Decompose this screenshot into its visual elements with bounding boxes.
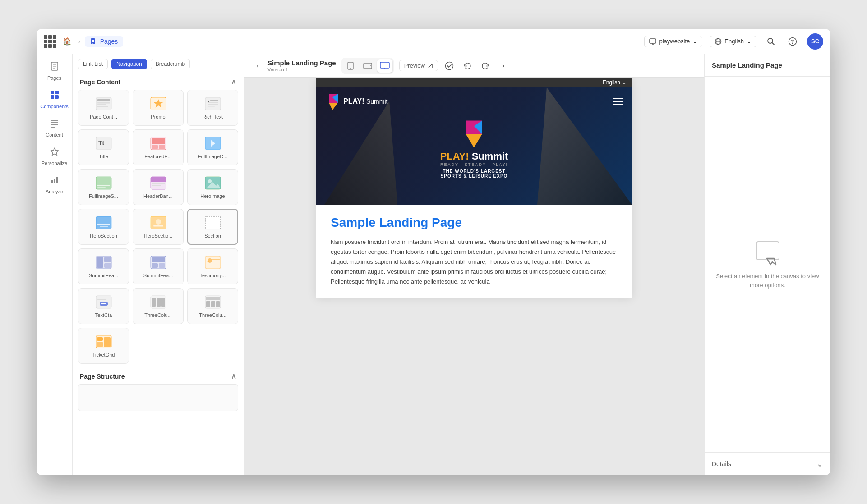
tablet-device-btn[interactable]: [360, 59, 375, 73]
pages-tab-label: Pages: [100, 38, 118, 45]
monitor-icon: [649, 38, 656, 45]
details-row[interactable]: Details ⌄: [705, 452, 830, 475]
svg-rect-96: [206, 301, 210, 307]
component-header-ban[interactable]: HeaderBan...: [133, 169, 184, 205]
svg-rect-47: [159, 145, 165, 149]
svg-rect-77: [152, 257, 165, 262]
hamburger-menu[interactable]: [613, 96, 623, 106]
svg-rect-3: [92, 43, 93, 44]
page-cont-icon: [95, 96, 113, 111]
component-text-cta[interactable]: TextCta: [78, 288, 129, 324]
component-summit-fea1[interactable]: SummitFea...: [78, 248, 129, 284]
component-featured-e[interactable]: FeaturedE...: [133, 129, 184, 165]
sidebar-item-analyze[interactable]: Analyze: [39, 171, 70, 198]
pages-nav-label: Pages: [47, 75, 61, 81]
user-avatar[interactable]: SC: [807, 33, 823, 50]
play-logo-icon: [325, 93, 340, 110]
more-button[interactable]: ›: [497, 59, 510, 73]
sidebar-item-personalize[interactable]: Personalize: [39, 143, 70, 170]
redo-button[interactable]: [479, 59, 492, 73]
desktop-icon: [380, 62, 390, 70]
site-selector[interactable]: playwebsite ⌄: [644, 36, 702, 47]
svg-point-106: [370, 65, 371, 66]
fullimage-s-label: FullImageS...: [89, 193, 118, 199]
language-label: English: [724, 38, 744, 45]
undo-button[interactable]: [461, 59, 474, 73]
page-content-header: Page Content ∧: [78, 73, 238, 90]
svg-rect-26: [51, 180, 53, 183]
help-button[interactable]: ?: [785, 34, 800, 49]
page-content-title: Page Content: [80, 78, 120, 86]
tab-breadcrumb[interactable]: Breadcrumb: [151, 59, 190, 69]
breadcrumb-separator: ›: [78, 38, 80, 45]
title-label: Title: [99, 154, 108, 159]
fullimage-c-icon: [204, 136, 222, 151]
component-testimony[interactable]: " Testimony...: [187, 248, 238, 284]
svg-text:?: ?: [791, 39, 794, 45]
svg-rect-19: [55, 91, 59, 94]
component-promo[interactable]: Promo: [133, 90, 184, 126]
sidebar-item-components[interactable]: Components: [39, 86, 70, 113]
hero-section: PLAY! Summit: [316, 87, 632, 205]
language-selector[interactable]: English ⌄: [710, 36, 756, 47]
svg-rect-73: [97, 257, 103, 268]
summit-fea1-label: SummitFea...: [89, 273, 118, 278]
topbar-left: 🏠 › Pages: [44, 35, 639, 48]
tablet-icon: [363, 62, 372, 69]
svg-rect-89: [101, 303, 106, 304]
svg-rect-41: [208, 106, 215, 107]
component-fullimage-s[interactable]: FullImageS...: [78, 169, 129, 205]
svg-rect-38: [210, 100, 218, 101]
page-content-collapse[interactable]: ∧: [231, 78, 236, 86]
component-rich-text[interactable]: T Rich Text: [187, 90, 238, 126]
svg-rect-18: [51, 91, 54, 94]
component-hero-section2[interactable]: HeroSectio...: [133, 209, 184, 245]
component-ticket-grid[interactable]: TicketGrid: [78, 328, 129, 364]
apps-icon[interactable]: [44, 35, 56, 48]
testimony-label: Testimony...: [200, 273, 226, 278]
analyze-nav-icon: [50, 175, 60, 187]
desktop-device-btn[interactable]: [377, 59, 392, 73]
panel-scroll: Page Content ∧: [73, 73, 244, 475]
svg-point-69: [156, 219, 161, 225]
check-icon: [445, 61, 454, 70]
search-button[interactable]: [764, 34, 778, 49]
component-three-col2[interactable]: ThreeColu...: [187, 288, 238, 324]
component-title[interactable]: Tt Title: [78, 129, 129, 165]
search-icon: [767, 37, 775, 46]
svg-rect-65: [97, 224, 110, 225]
component-section[interactable]: Section: [187, 209, 238, 245]
component-hero-section[interactable]: HeroSection: [78, 209, 129, 245]
details-label: Details: [712, 460, 731, 467]
canvas-back-button[interactable]: ‹: [251, 60, 264, 72]
svg-rect-30: [97, 99, 110, 101]
home-button[interactable]: 🏠: [61, 35, 74, 48]
component-hero-image[interactable]: HeroImage: [187, 169, 238, 205]
tab-link-list[interactable]: Link List: [78, 59, 108, 69]
canvas-content: English ⌄: [244, 78, 704, 475]
topbar-right: playwebsite ⌄ English ⌄: [644, 33, 823, 50]
page-structure-collapse[interactable]: ∧: [231, 372, 236, 380]
globe-icon: [715, 38, 722, 45]
sidebar-item-content[interactable]: Content: [39, 115, 70, 141]
component-summit-fea2[interactable]: SummitFea...: [133, 248, 184, 284]
tab-navigation[interactable]: Navigation: [111, 59, 147, 69]
component-three-col1[interactable]: ThreeColu...: [133, 288, 184, 324]
pages-breadcrumb[interactable]: Pages: [85, 36, 124, 47]
check-button[interactable]: [443, 59, 456, 73]
personalize-nav-icon: [50, 147, 60, 159]
pages-nav-icon: [50, 61, 60, 73]
component-page-cont[interactable]: Page Cont...: [78, 90, 129, 126]
mobile-device-btn[interactable]: [343, 59, 358, 73]
app-window: 🏠 › Pages playwebsite ⌄: [37, 29, 830, 475]
svg-point-104: [350, 68, 351, 69]
cursor-icon: [754, 239, 781, 266]
svg-rect-66: [100, 226, 108, 227]
sidebar-item-pages[interactable]: Pages: [39, 58, 70, 84]
preview-button[interactable]: Preview: [399, 60, 438, 71]
component-fullimage-c[interactable]: FullImageC...: [187, 129, 238, 165]
canvas-toolbar: ‹ Simple Landing Page Version 1: [244, 54, 704, 78]
canvas-body: Sample Landing Page Nam posuere tincidun…: [316, 205, 632, 298]
promo-label: Promo: [151, 114, 165, 119]
right-panel-title: Sample Landing Page: [705, 54, 830, 77]
